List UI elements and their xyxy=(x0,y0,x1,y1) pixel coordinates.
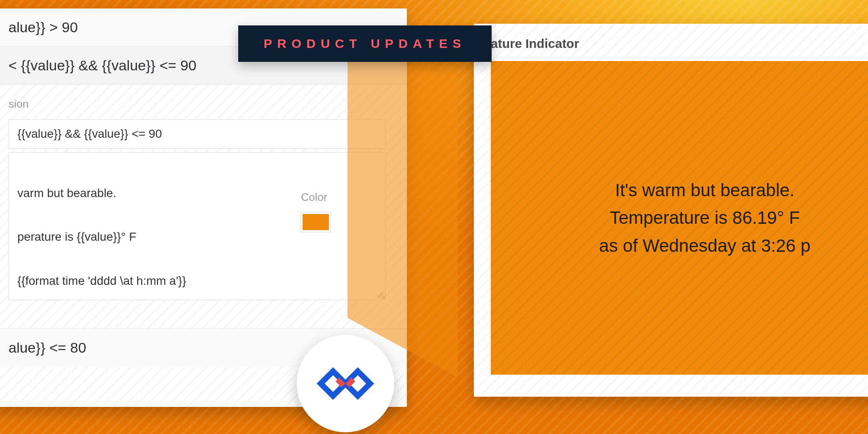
template-value: varm but bearable. perature is {{value}}… xyxy=(17,186,186,287)
color-swatch[interactable] xyxy=(301,212,331,232)
expression-value: {{value}} && {{value}} <= 90 xyxy=(17,127,162,140)
preview-title: ature Indicator xyxy=(474,24,868,61)
infinity-logo-icon xyxy=(314,364,377,403)
product-updates-badge: PRODUCT UPDATES xyxy=(238,25,492,62)
rule-text: alue}} <= 80 xyxy=(8,339,86,356)
rule-text: < {{value}} && {{value}} <= 90 xyxy=(8,57,196,74)
section-label: sion xyxy=(0,85,407,116)
preview-panel: It's warm but bearable. Temperature is 8… xyxy=(491,61,868,375)
expression-input[interactable]: {{value}} && {{value}} <= 90 xyxy=(8,119,386,149)
rule-text: alue}} > 90 xyxy=(8,19,78,36)
preview-card: ature Indicator It's warm but bearable. … xyxy=(474,24,868,397)
divider xyxy=(0,303,407,329)
logo-disc xyxy=(297,335,394,432)
color-label: Color xyxy=(301,191,377,204)
color-area: Color xyxy=(301,191,377,232)
stage: alue}} > 90 < {{value}} && {{value}} <= … xyxy=(0,0,868,434)
preview-text: It's warm but bearable. Temperature is 8… xyxy=(599,176,811,259)
